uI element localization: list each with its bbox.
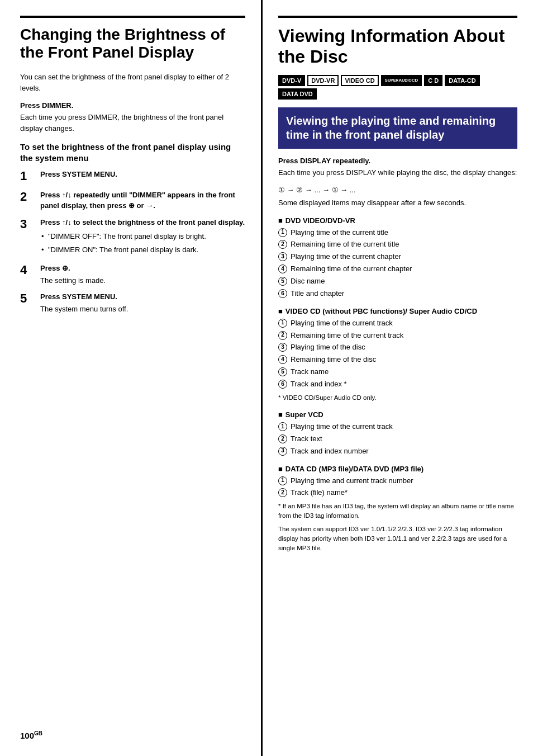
data-cd-list: 1Playing time and current track number2T… <box>278 476 517 499</box>
list-item-text: Disc name <box>291 276 325 287</box>
list-item-text: Remaining time of the current track <box>291 330 403 341</box>
bullet-item: "DIMMER OFF": The front panel display is… <box>40 231 245 242</box>
list-item-text: Remaining time of the current title <box>291 239 399 250</box>
list-item: 5Disc name <box>278 276 517 287</box>
data-cd-footnote2: The system can support ID3 ver 1.0/1.1/2… <box>278 525 517 554</box>
circle-number: 1 <box>278 476 287 485</box>
list-item: 1Playing time and current track number <box>278 476 517 486</box>
list-item-text: Playing time of the current track <box>291 318 393 329</box>
list-item-text: Track name <box>291 367 329 377</box>
step-2: 2Press ↑/↓ repeatedly until "DIMMER" app… <box>20 190 245 211</box>
step-num-4: 4 <box>20 263 38 277</box>
circle-number: 3 <box>278 252 287 261</box>
circle-number: 4 <box>278 355 287 364</box>
list-item-text: Playing time of the disc <box>291 342 365 353</box>
data-cd-footnote1: * If an MP3 file has an ID3 tag, the sys… <box>278 502 517 521</box>
step-3: 3Press ↑/↓ to select the brightness of t… <box>20 217 245 258</box>
list-item-text: Playing time of the current chapter <box>291 252 401 262</box>
circle-number: 3 <box>278 343 287 352</box>
disc-badge-sacd: SUPERAUDIOCD <box>381 75 422 86</box>
step-content-4: Press ⊕.The setting is made. <box>40 263 106 286</box>
list-item: 2Remaining time of the current title <box>278 239 517 250</box>
list-item-text: Playing time of the current track <box>291 422 393 432</box>
disc-badge-dvd-v: DVD-V <box>278 75 305 86</box>
disc-badges: DVD-VDVD-VRVIDEO CDSUPERAUDIOCDC DDATA-C… <box>278 75 517 100</box>
section-box-title: Viewing the playing time and remaining t… <box>286 114 510 142</box>
list-item-text: Playing time and current track number <box>291 476 413 486</box>
list-item-text: Track and index * <box>291 379 347 390</box>
circle-number: 2 <box>278 434 287 443</box>
list-item: 4Remaining time of the current chapter <box>278 264 517 275</box>
display-flow: ① → ② → ... → ① → ... <box>278 186 517 194</box>
step-num-5: 5 <box>20 291 38 306</box>
right-title: Viewing Information About the Disc <box>278 26 517 67</box>
dvd-video-list: 1Playing time of the current title2Remai… <box>278 228 517 299</box>
press-display-text: Each time you press DISPLAY while playin… <box>278 167 517 178</box>
list-item: 2Remaining time of the current track <box>278 330 517 341</box>
list-item: 3Track and index number <box>278 446 517 457</box>
list-item-text: Track (file) name* <box>291 488 348 498</box>
circle-number: 1 <box>278 422 287 431</box>
dvd-video-heading: DVD VIDEO/DVD-VR <box>278 216 517 225</box>
list-item-text: Remaining time of the current chapter <box>291 264 412 275</box>
list-item: 2Track (file) name* <box>278 488 517 498</box>
list-item-text: Playing time of the current title <box>291 228 388 238</box>
disc-badge-video-cd: VIDEO CD <box>341 75 378 86</box>
circle-number: 4 <box>278 264 287 273</box>
step-subtext-4: The setting is made. <box>40 275 106 286</box>
circle-number: 6 <box>278 289 287 298</box>
page-number: 100GB <box>20 730 42 740</box>
circle-number: 2 <box>278 488 287 497</box>
step-num-2: 2 <box>20 190 38 204</box>
circle-number: 2 <box>278 331 287 340</box>
list-item-text: Title and chapter <box>291 289 344 299</box>
left-title: Changing the Brightness of the Front Pan… <box>20 26 245 62</box>
super-vcd-heading: Super VCD <box>278 410 517 419</box>
step-content-5: Press SYSTEM MENU.The system menu turns … <box>40 291 128 314</box>
disc-badge-data-dvd: DATA DVD <box>278 88 317 100</box>
list-item-text: Remaining time of the disc <box>291 355 376 365</box>
disc-badge-dvd-vr: DVD-VR <box>307 75 339 86</box>
step-content-2: Press ↑/↓ repeatedly until "DIMMER" appe… <box>40 190 245 211</box>
circle-number: 5 <box>278 367 287 376</box>
disc-badge-c-d: C D <box>424 75 442 86</box>
top-divider-right <box>278 16 517 18</box>
step-content-3: Press ↑/↓ to select the brightness of th… <box>40 217 245 258</box>
step-num-3: 3 <box>20 217 38 231</box>
list-item: 4Remaining time of the disc <box>278 355 517 365</box>
list-item-text: Track text <box>291 434 322 445</box>
circle-number: 1 <box>278 319 287 328</box>
video-cd-list: 1Playing time of the current track2Remai… <box>278 318 517 390</box>
bullet-item: "DIMMER ON": The front panel display is … <box>40 244 245 256</box>
press-dimmer-text: Each time you press DIMMER, the brightne… <box>20 112 245 134</box>
top-divider-left <box>20 16 245 18</box>
list-item: 5Track name <box>278 367 517 377</box>
circle-number: 1 <box>278 228 287 237</box>
step-4: 4Press ⊕.The setting is made. <box>20 263 245 286</box>
list-item: 3Playing time of the disc <box>278 342 517 353</box>
step-subtext-5: The system menu turns off. <box>40 304 128 315</box>
step-content-1: Press SYSTEM MENU. <box>40 169 117 180</box>
circle-number: 5 <box>278 277 287 286</box>
section-box: Viewing the playing time and remaining t… <box>278 107 517 149</box>
list-item: 3Playing time of the current chapter <box>278 252 517 262</box>
video-cd-heading: VIDEO CD (without PBC functions)/ Super … <box>278 307 517 315</box>
video-cd-footnote: * VIDEO CD/Super Audio CD only. <box>278 393 517 403</box>
circle-number: 6 <box>278 380 287 389</box>
list-item: 6Title and chapter <box>278 289 517 299</box>
step-num-1: 1 <box>20 169 38 183</box>
list-item: 1Playing time of the current title <box>278 228 517 238</box>
list-item: 1Playing time of the current track <box>278 422 517 432</box>
data-cd-heading: DATA CD (MP3 file)/DATA DVD (MP3 file) <box>278 465 517 473</box>
display-note: Some displayed items may disappear after… <box>278 197 517 209</box>
list-item: 2Track text <box>278 434 517 445</box>
list-item: 6Track and index * <box>278 379 517 390</box>
list-item-text: Track and index number <box>291 446 369 457</box>
step-5: 5Press SYSTEM MENU.The system menu turns… <box>20 291 245 314</box>
circle-number: 2 <box>278 240 287 249</box>
circle-number: 3 <box>278 447 287 456</box>
press-display-label: Press DISPLAY repeatedly. <box>278 157 517 165</box>
steps-list: 1Press SYSTEM MENU.2Press ↑/↓ repeatedly… <box>20 169 245 314</box>
list-item: 1Playing time of the current track <box>278 318 517 329</box>
super-vcd-list: 1Playing time of the current track2Track… <box>278 422 517 457</box>
